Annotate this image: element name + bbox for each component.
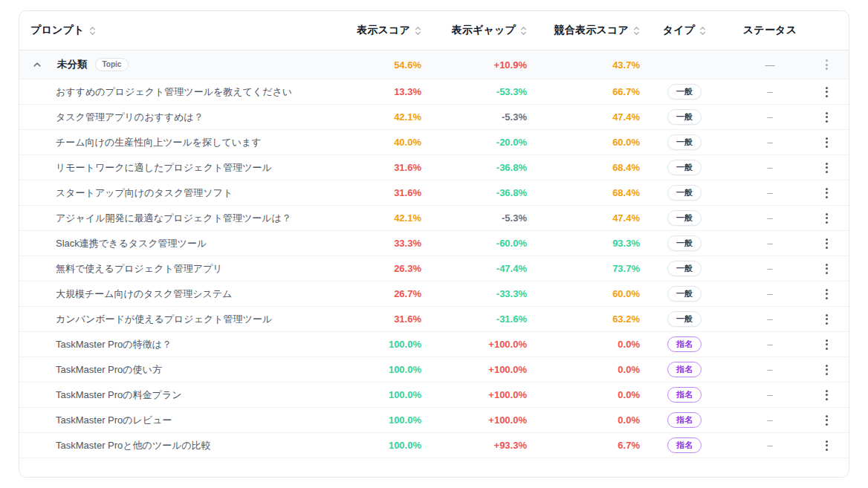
score-value: 26.3% [394, 263, 421, 274]
prompt-row: リモートワークに適したプロジェクト管理ツール31.6%-36.8%68.4%一般… [19, 155, 849, 180]
status-dash: – [767, 212, 772, 224]
competitor-score-value: 73.7% [612, 263, 640, 274]
actions-cell [811, 84, 843, 100]
prompt-cell: Slack連携できるタスク管理ツール [19, 237, 328, 250]
row-actions-menu-button[interactable] [821, 311, 832, 328]
row-actions-menu-button[interactable] [821, 56, 832, 73]
score-cell: 13.3% [328, 86, 421, 97]
competitor-score-cell: 63.2% [527, 313, 640, 325]
type-badge: 一般 [667, 134, 702, 150]
prompt-text: タスク管理アプリのおすすめは？ [56, 111, 204, 124]
type-badge: 一般 [667, 286, 702, 302]
competitor-score-value: 0.0% [618, 364, 640, 375]
prompt-text: Slack連携できるタスク管理ツール [56, 237, 207, 250]
prompt-row: タスク管理アプリのおすすめは？42.1%-5.3%47.4%一般– [19, 105, 849, 130]
status-dash: – [767, 414, 772, 426]
status-cell: – [729, 263, 811, 274]
type-cell: 一般 [640, 311, 729, 327]
prompt-row: おすすめのプロジェクト管理ツールを教えてください13.3%-53.3%66.7%… [19, 79, 849, 105]
prompt-text: TaskMaster Proの料金プラン [56, 388, 182, 402]
row-actions-menu-button[interactable] [821, 286, 832, 302]
status-dash: – [767, 137, 772, 148]
actions-cell [811, 134, 843, 151]
row-actions-menu-button[interactable] [821, 185, 832, 201]
score-value: 100.0% [389, 339, 421, 350]
actions-cell [811, 412, 843, 429]
type-badge: 一般 [667, 84, 702, 100]
score-cell: 26.7% [328, 288, 421, 299]
competitor-score-cell: 66.7% [527, 86, 640, 97]
prompt-row: アジャイル開発に最適なプロジェクト管理ツールは？42.1%-5.3%47.4%一… [19, 206, 849, 231]
actions-cell [811, 235, 843, 252]
type-cell: 一般 [640, 185, 729, 201]
gap-cell: -5.3% [421, 212, 527, 224]
gap-value: -47.4% [496, 263, 527, 274]
competitor-score-cell: 47.4% [527, 212, 640, 224]
competitor-score-cell: 0.0% [527, 389, 640, 400]
prompt-cell: TaskMaster Proの料金プラン [19, 388, 328, 402]
score-cell: 42.1% [328, 111, 421, 123]
competitor-score-cell: 60.0% [527, 137, 640, 148]
score-cell: 100.0% [328, 339, 421, 350]
type-badge: 指名 [667, 437, 702, 453]
group-prompt-cell: 未分類Topic [19, 58, 328, 71]
prompt-text: リモートワークに適したプロジェクト管理ツール [56, 161, 272, 175]
prompt-cell: 大規模チーム向けのタスク管理システム [19, 287, 328, 301]
column-header-label: 表示ギャップ [451, 24, 516, 37]
status-cell: – [729, 238, 811, 249]
row-actions-menu-button[interactable] [821, 134, 832, 151]
row-actions-menu-button[interactable] [821, 362, 832, 378]
score-cell: 100.0% [328, 440, 421, 451]
type-badge: 一般 [667, 311, 702, 327]
prompt-row: 無料で使えるプロジェクト管理アプリ26.3%-47.4%73.7%一般– [19, 256, 849, 282]
collapse-group-button[interactable] [30, 58, 44, 71]
score-cell: 100.0% [328, 364, 421, 375]
row-actions-menu-button[interactable] [821, 160, 832, 176]
status-cell: – [729, 288, 811, 299]
gap-value: -5.3% [502, 111, 527, 123]
status-dash: – [767, 389, 772, 400]
gap-value: +100.0% [488, 339, 527, 350]
score-cell: 42.1% [328, 212, 421, 224]
type-badge: 指名 [667, 336, 702, 352]
column-header-gap[interactable]: 表示ギャップ [421, 24, 527, 37]
type-badge: 一般 [667, 261, 702, 276]
competitor-score-cell: 68.4% [527, 187, 640, 198]
column-header-competitor_score[interactable]: 競合表示スコア [527, 24, 640, 37]
status-dash: – [767, 440, 772, 451]
gap-cell: -20.0% [421, 137, 527, 148]
type-badge: 一般 [667, 185, 702, 201]
row-actions-menu-button[interactable] [821, 84, 832, 100]
row-actions-menu-button[interactable] [821, 437, 832, 454]
score-cell: 31.6% [328, 187, 421, 198]
row-actions-menu-button[interactable] [821, 210, 832, 227]
row-actions-menu-button[interactable] [821, 387, 832, 403]
status-dash: – [767, 86, 772, 97]
column-header-type[interactable]: タイプ [640, 24, 729, 37]
gap-value: -36.8% [496, 162, 527, 173]
column-header-score[interactable]: 表示スコア [328, 24, 421, 37]
type-cell: 一般 [640, 134, 729, 150]
gap-cell: -33.3% [421, 288, 527, 299]
column-header-prompt[interactable]: プロンプト [19, 24, 328, 37]
row-actions-menu-button[interactable] [821, 109, 832, 126]
gap-cell: +100.0% [421, 364, 527, 375]
type-badge: 一般 [667, 160, 702, 175]
prompt-row: カンバンボードが使えるプロジェクト管理ツール31.6%-31.6%63.2%一般… [19, 307, 849, 332]
group-score-value: 54.6% [394, 59, 421, 71]
row-actions-menu-button[interactable] [821, 336, 832, 353]
prompt-cell: カンバンボードが使えるプロジェクト管理ツール [19, 313, 328, 326]
gap-cell: -60.0% [421, 238, 527, 249]
competitor-score-cell: 60.0% [527, 288, 640, 299]
sort-icon [415, 26, 421, 36]
competitor-score-value: 0.0% [618, 414, 640, 426]
prompt-cell: スタートアップ向けのタスク管理ソフト [19, 186, 328, 200]
prompt-row: スタートアップ向けのタスク管理ソフト31.6%-36.8%68.4%一般– [19, 180, 849, 206]
row-actions-menu-button[interactable] [821, 412, 832, 429]
column-header-label: 表示スコア [357, 24, 410, 37]
status-cell: – [729, 187, 811, 198]
row-actions-menu-button[interactable] [821, 235, 832, 252]
row-actions-menu-button[interactable] [821, 261, 832, 277]
gap-cell: +93.3% [421, 440, 527, 451]
status-cell: – [729, 440, 811, 451]
